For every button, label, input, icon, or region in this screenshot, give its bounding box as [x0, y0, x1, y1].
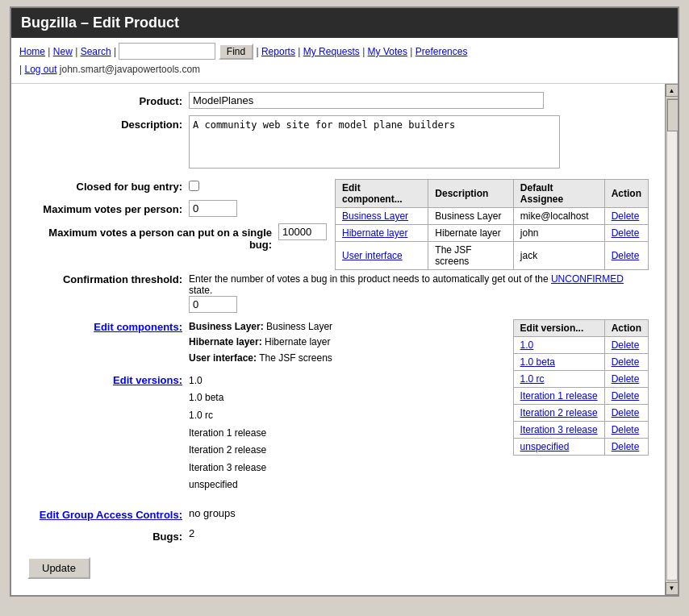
table-row: Iteration 3 release Delete — [513, 422, 648, 439]
unconfirmed-link[interactable]: UNCONFIRMED — [551, 273, 624, 285]
max-votes-single-label: Maximum votes a person can put on a sing… — [27, 223, 278, 251]
version-link[interactable]: Iteration 3 release — [520, 424, 598, 435]
nav-bar: Home | New | Search | Find | Reports | M… — [11, 38, 678, 84]
comp-header-desc: Description — [428, 180, 513, 208]
comp-header-action: Action — [604, 180, 648, 208]
table-row: Hibernate layer Hibernate layer john Del… — [336, 225, 649, 242]
ver-header-action: Action — [604, 320, 648, 337]
comp-header-assignee: Default Assignee — [513, 180, 604, 208]
description-row: Description: A community web site for mo… — [27, 115, 649, 171]
description-textarea[interactable]: A community web site for model plane bui… — [189, 115, 560, 169]
table-row: 1.0 rc Delete — [513, 371, 648, 388]
main-window: Bugzilla – Edit Product Home | New | Sea… — [10, 6, 679, 597]
version-link[interactable]: Iteration 1 release — [520, 390, 598, 402]
list-item: unspecified — [189, 477, 505, 494]
nav-user: john.smart@javapowertools.com — [60, 64, 200, 75]
nav-new[interactable]: New — [53, 46, 73, 57]
closed-checkbox[interactable] — [189, 181, 199, 191]
confirmation-text: Enter the number of votes a bug in this … — [189, 273, 624, 296]
comp-header-name: Edit component... — [336, 180, 428, 208]
list-item: 1.0 beta — [189, 389, 505, 407]
title-bar: Bugzilla – Edit Product — [11, 8, 678, 38]
edit-versions-link[interactable]: Edit versions: — [113, 374, 182, 386]
list-item: 1.0 — [189, 373, 505, 390]
confirmation-row: Confirmation threshold: Enter the number… — [27, 270, 649, 313]
closed-row: Closed for bug entry: — [27, 177, 327, 194]
ver-delete-link[interactable]: Delete — [612, 373, 640, 385]
scrollbar-thumb[interactable] — [667, 99, 679, 131]
max-votes-person-label: Maximum votes per person: — [27, 200, 189, 215]
component-link[interactable]: User interface — [342, 250, 403, 261]
nav-my-votes[interactable]: My Votes — [368, 46, 407, 57]
version-list: 1.01.0 beta1.0 rcIteration 1 releaseIter… — [189, 373, 505, 494]
max-votes-person-row: Maximum votes per person: — [27, 200, 327, 217]
product-input[interactable] — [189, 92, 544, 109]
components-table-container: Edit component... Description Default As… — [335, 179, 649, 270]
ver-delete-link[interactable]: Delete — [612, 407, 640, 418]
component-link[interactable]: Hibernate layer — [342, 227, 407, 239]
comp-desc: The JSF screens — [428, 242, 513, 270]
confirmation-input[interactable] — [189, 296, 237, 313]
bugs-link[interactable]: 2 — [189, 527, 194, 539]
ver-delete-link[interactable]: Delete — [612, 424, 640, 435]
max-votes-single-row: Maximum votes a person can put on a sing… — [27, 223, 327, 251]
nav-logout[interactable]: Log out — [24, 64, 56, 75]
group-access-value: no groups — [189, 507, 649, 519]
list-item: Iteration 3 release — [189, 460, 505, 477]
table-row: Iteration 1 release Delete — [513, 388, 648, 405]
comp-assignee: jack — [513, 242, 604, 270]
scrollbar: ▲ ▼ — [665, 84, 678, 595]
max-votes-single-input[interactable] — [278, 223, 327, 240]
component-link[interactable]: Business Layer — [342, 210, 408, 222]
table-row: unspecified Delete — [513, 439, 648, 456]
max-votes-person-input[interactable] — [189, 200, 237, 217]
comp-delete-link[interactable]: Delete — [612, 227, 640, 239]
table-row: 1.0 beta Delete — [513, 354, 648, 371]
nav-home[interactable]: Home — [19, 46, 45, 57]
no-groups-text: no groups — [189, 507, 236, 519]
comp-delete-link[interactable]: Delete — [612, 210, 640, 222]
bugs-row: Bugs: 2 — [27, 527, 649, 543]
list-item: Iteration 2 release — [189, 442, 505, 460]
window-title: Bugzilla – Edit Product — [21, 15, 179, 31]
version-link[interactable]: Iteration 2 release — [520, 407, 598, 418]
version-link[interactable]: unspecified — [520, 441, 570, 452]
version-link[interactable]: 1.0 — [520, 339, 534, 351]
group-access-row: Edit Group Access Controls: no groups — [27, 507, 649, 521]
version-link[interactable]: 1.0 beta — [520, 356, 555, 368]
ver-delete-link[interactable]: Delete — [612, 339, 640, 351]
scroll-up-button[interactable]: ▲ — [666, 84, 679, 97]
find-button[interactable]: Find — [219, 44, 253, 60]
product-value-container — [189, 92, 649, 109]
nav-preferences[interactable]: Preferences — [415, 46, 468, 57]
nav-my-requests[interactable]: My Requests — [303, 46, 360, 57]
component-hibernate: Hibernate layer: Hibernate layer — [189, 335, 505, 350]
table-row: User interface The JSF screens jack Dele… — [336, 242, 649, 270]
edit-components-versions-row: Edit components: Business Layer: Busines… — [27, 319, 649, 501]
bugs-label: Bugs: — [27, 527, 189, 543]
confirmation-label: Confirmation threshold: — [27, 270, 189, 285]
edit-components-link[interactable]: Edit components: — [94, 321, 182, 333]
content-area: Product: Description: A community web si… — [11, 84, 678, 595]
list-item: 1.0 rc — [189, 407, 505, 425]
update-button[interactable]: Update — [27, 557, 90, 579]
nav-search[interactable]: Search — [81, 46, 111, 57]
scroll-down-button[interactable]: ▼ — [666, 582, 679, 595]
comp-desc: Business Layer — [428, 208, 513, 225]
nav-reports[interactable]: Reports — [261, 46, 295, 57]
scrollbar-track[interactable] — [666, 98, 678, 581]
ver-delete-link[interactable]: Delete — [612, 356, 640, 368]
ver-delete-link[interactable]: Delete — [612, 441, 640, 452]
description-value-container: A community web site for model plane bui… — [189, 115, 649, 171]
group-access-link[interactable]: Edit Group Access Controls: — [40, 509, 182, 521]
comp-assignee: mike@localhost — [513, 208, 604, 225]
table-row: Business Layer Business Layer mike@local… — [336, 208, 649, 225]
list-item: Iteration 1 release — [189, 425, 505, 443]
edit-components-row: Edit components: Business Layer: Busines… — [27, 319, 505, 366]
ver-delete-link[interactable]: Delete — [612, 390, 640, 402]
edit-versions-label: Edit versions: — [27, 373, 189, 386]
versions-table-container: Edit version... Action 1.0 Delete 1.0 be… — [513, 319, 649, 456]
comp-delete-link[interactable]: Delete — [612, 250, 640, 261]
search-input[interactable] — [119, 43, 215, 60]
version-link[interactable]: 1.0 rc — [520, 373, 545, 385]
